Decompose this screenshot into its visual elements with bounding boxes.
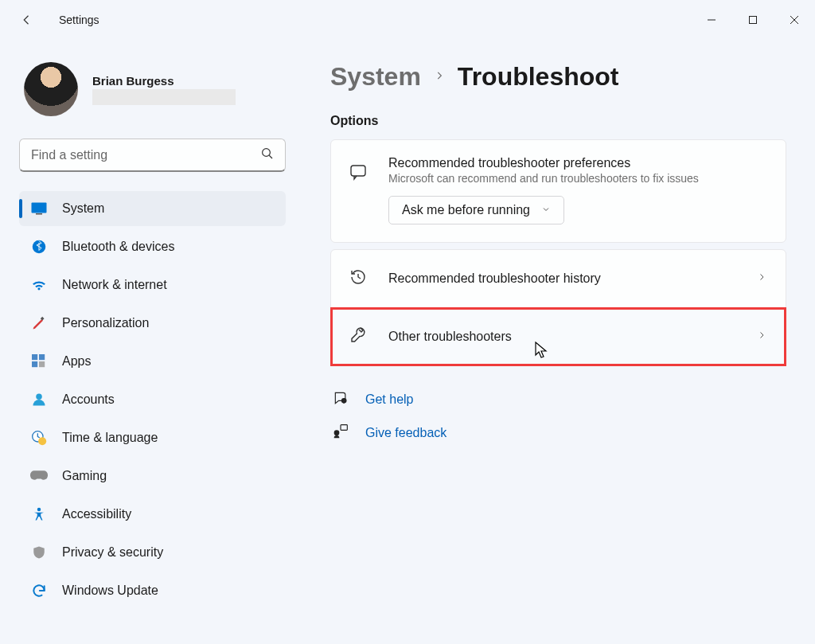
svg-rect-18 [351, 166, 365, 176]
nav-label: Personalization [62, 316, 149, 330]
svg-rect-22 [341, 425, 347, 431]
person-icon [30, 391, 48, 408]
nav-accounts[interactable]: Accounts [19, 382, 286, 417]
bluetooth-icon [30, 238, 48, 256]
other-label: Other troubleshooters [388, 330, 738, 344]
nav-accessibility[interactable]: Accessibility [19, 497, 286, 532]
main-content: System Troubleshoot Options Recommended … [297, 40, 815, 644]
nav-time-language[interactable]: Time & language [19, 420, 286, 455]
maximize-button[interactable] [732, 0, 774, 40]
display-icon [30, 200, 48, 217]
svg-point-16 [38, 437, 46, 445]
update-icon [30, 582, 48, 599]
svg-rect-13 [39, 361, 45, 367]
back-button[interactable] [18, 10, 37, 29]
chevron-right-icon [757, 330, 766, 344]
help-icon: ? [332, 390, 349, 409]
wrench-icon [349, 326, 369, 348]
cursor-icon [535, 342, 549, 359]
nav-list: System Bluetooth & devices Network & int… [19, 191, 286, 608]
nav-privacy[interactable]: Privacy & security [19, 535, 286, 570]
history-label: Recommended troubleshooter history [388, 271, 738, 286]
minimize-button[interactable] [691, 0, 732, 40]
prefs-card: Recommended troubleshooter preferences M… [330, 139, 786, 243]
close-button[interactable] [774, 0, 815, 40]
prefs-dropdown[interactable]: Ask me before running [388, 196, 564, 224]
gamepad-icon [30, 467, 48, 485]
link-label: Give feedback [365, 426, 446, 440]
clock-globe-icon [30, 429, 48, 447]
nav-personalization[interactable]: Personalization [19, 306, 286, 341]
prefs-subtitle: Microsoft can recommend and run troubles… [388, 172, 766, 185]
svg-point-14 [36, 394, 42, 400]
nav-label: Windows Update [62, 584, 158, 598]
link-label: Get help [365, 392, 413, 407]
breadcrumb-root[interactable]: System [330, 62, 421, 92]
nav-label: Accounts [62, 392, 115, 407]
comment-icon [349, 162, 369, 185]
nav-label: Bluetooth & devices [62, 240, 174, 254]
other-troubleshooters-row[interactable]: Other troubleshooters [331, 308, 786, 365]
window-controls [691, 0, 815, 40]
chevron-right-icon [434, 68, 445, 86]
svg-rect-1 [750, 17, 757, 24]
nav-bluetooth[interactable]: Bluetooth & devices [19, 229, 286, 264]
apps-icon [30, 353, 48, 370]
svg-rect-11 [39, 354, 45, 360]
nav-label: System [62, 201, 104, 216]
profile-email-redacted [92, 89, 236, 105]
svg-rect-6 [32, 203, 47, 213]
nav-label: Privacy & security [62, 545, 163, 560]
paintbrush-icon [30, 314, 48, 332]
accessibility-icon [30, 505, 48, 523]
nav-label: Apps [62, 354, 91, 369]
svg-rect-12 [32, 361, 37, 367]
nav-apps[interactable]: Apps [19, 344, 286, 379]
nav-system[interactable]: System [19, 191, 286, 226]
wifi-icon [30, 276, 48, 294]
nav-network[interactable]: Network & internet [19, 267, 286, 302]
breadcrumb: System Troubleshoot [330, 62, 786, 92]
dropdown-value: Ask me before running [402, 203, 530, 217]
profile-name: Brian Burgess [92, 74, 236, 88]
shield-icon [30, 544, 48, 561]
chevron-right-icon [757, 271, 766, 286]
title-bar: Settings [0, 0, 815, 40]
give-feedback-link[interactable]: Give feedback [332, 423, 786, 443]
sidebar: Brian Burgess System Bluetooth & devices… [0, 40, 297, 644]
avatar [24, 62, 78, 116]
nav-label: Time & language [62, 431, 158, 445]
search-input[interactable] [19, 139, 286, 172]
app-title: Settings [59, 14, 99, 26]
nav-label: Network & internet [62, 278, 167, 292]
get-help-link[interactable]: ? Get help [332, 390, 786, 409]
help-links: ? Get help Give feedback [330, 390, 786, 443]
breadcrumb-current: Troubleshoot [458, 62, 619, 92]
nav-label: Accessibility [62, 507, 131, 521]
chevron-down-icon [541, 203, 551, 217]
section-title: Options [330, 114, 786, 128]
nav-gaming[interactable]: Gaming [19, 459, 286, 494]
history-row[interactable]: Recommended troubleshooter history [331, 250, 786, 307]
profile[interactable]: Brian Burgess [24, 62, 286, 116]
nav-label: Gaming [62, 469, 107, 483]
svg-point-21 [334, 430, 340, 435]
options-card: Recommended troubleshooter history Other… [330, 249, 786, 366]
history-icon [349, 267, 369, 290]
svg-rect-10 [32, 354, 37, 360]
svg-point-17 [37, 508, 41, 512]
prefs-title: Recommended troubleshooter preferences [388, 156, 766, 170]
svg-text:?: ? [343, 399, 345, 404]
nav-windows-update[interactable]: Windows Update [19, 573, 286, 608]
feedback-icon [332, 423, 349, 443]
svg-rect-7 [36, 213, 42, 215]
